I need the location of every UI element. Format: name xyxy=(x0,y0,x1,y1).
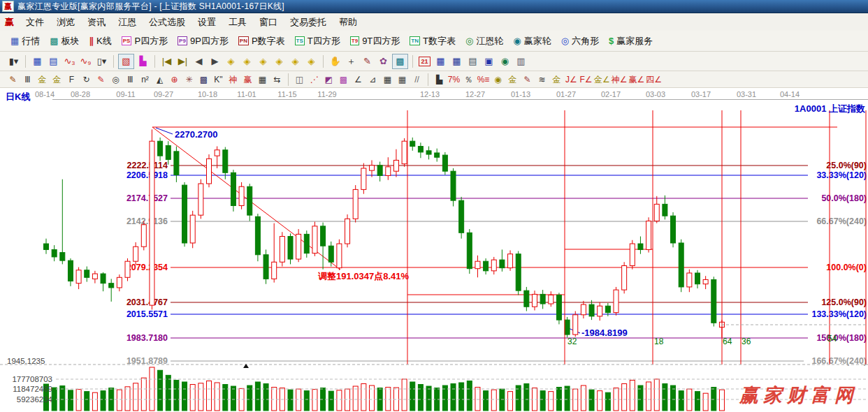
si-angle-icon[interactable]: 四∠ xyxy=(646,73,662,85)
gold-comb2-icon[interactable]: 金 xyxy=(50,73,64,85)
gold-line-icon[interactable]: 金 xyxy=(506,73,519,85)
toolbar-button-9p-square[interactable]: P99P四方形 xyxy=(175,34,231,49)
ying-comb-icon[interactable]: 赢 xyxy=(241,73,254,85)
fan-square-icon[interactable]: ◩ xyxy=(322,73,335,85)
pan-hand-icon[interactable]: ✋ xyxy=(328,54,342,68)
next-bar-icon[interactable]: ▶ xyxy=(208,54,222,68)
flower-grid-icon[interactable]: ✳ xyxy=(182,73,196,85)
print-icon[interactable]: ▥ xyxy=(514,54,528,68)
calendar-icon[interactable]: 21 xyxy=(417,54,432,68)
wave9-icon[interactable]: ∿₉ xyxy=(78,54,93,68)
toolbar-button-quotes[interactable]: ▦行情 xyxy=(8,34,43,49)
zigzag-chart-icon[interactable]: ▦ xyxy=(30,54,45,68)
menu-item-交易委托[interactable]: 交易委托 xyxy=(284,14,333,31)
n-square-icon[interactable]: n² xyxy=(138,73,152,85)
diamond-right-icon[interactable]: ◈ xyxy=(240,54,254,68)
export-globe-icon[interactable]: ◉ xyxy=(498,54,512,68)
diamond-compress-icon[interactable]: ◈ xyxy=(272,54,287,68)
circle-comb-icon[interactable]: ◎ xyxy=(109,73,122,85)
menu-item-公式选股[interactable]: 公式选股 xyxy=(143,14,191,31)
menu-item-浏览[interactable]: 浏览 xyxy=(50,14,81,31)
prev-bar-icon[interactable]: ◀ xyxy=(191,54,206,68)
gold-comb1-icon[interactable]: 金 xyxy=(36,73,49,85)
ying-angle-icon[interactable]: 赢∠ xyxy=(629,73,645,85)
toolbar-button-winner-service[interactable]: $赢家服务 xyxy=(606,34,656,49)
gann-net-icon[interactable]: ▩ xyxy=(392,54,408,69)
toolbar-button-gann-wheel[interactable]: ◎江恩轮 xyxy=(463,34,506,49)
histogram-icon[interactable]: ▙ xyxy=(136,54,150,68)
notepad-icon[interactable]: ▤ xyxy=(465,54,480,68)
menu-item-设置[interactable]: 设置 xyxy=(191,14,222,31)
toolbar-button-9t-square[interactable]: T99T四方形 xyxy=(347,34,403,49)
percent-line-icon[interactable]: %≡ xyxy=(477,73,490,85)
save-icon[interactable]: ▣ xyxy=(482,54,496,68)
pen-bars-icon[interactable]: ✎ xyxy=(521,73,534,85)
wave3-icon[interactable]: ∿₃ xyxy=(62,54,77,68)
menu-item-帮助[interactable]: 帮助 xyxy=(333,14,363,31)
angle-ruler-icon[interactable]: ◭ xyxy=(153,73,166,85)
ornament-tool-icon[interactable]: ✿ xyxy=(376,54,391,68)
percent-level-label: 133.33%(120) xyxy=(811,309,867,319)
gold-angle-icon[interactable]: 金∠ xyxy=(594,73,610,85)
toolbar-button-kline[interactable]: ∥K线 xyxy=(87,34,115,49)
toolbar-button-winner-wheel[interactable]: ◉赢家轮 xyxy=(510,34,554,49)
candle-style-icon[interactable]: ▯▾ xyxy=(94,54,109,68)
toolbar-button-p-number-table[interactable]: PNP数字表 xyxy=(236,34,288,49)
menu-item-资讯[interactable]: 资讯 xyxy=(81,14,112,31)
skip-start-icon[interactable]: |◀ xyxy=(159,54,174,68)
percent-icon[interactable]: ％ xyxy=(462,73,475,85)
knife-tool-icon[interactable]: ✎ xyxy=(6,73,20,85)
k-quote-icon[interactable]: K" xyxy=(212,73,225,85)
pattern-select-icon[interactable]: ▧ xyxy=(118,54,134,69)
dense-grid2-icon[interactable]: ▦ xyxy=(396,73,409,85)
target-cross-icon[interactable]: ⊕ xyxy=(168,73,181,85)
toolbar-button-t-square[interactable]: TST四方形 xyxy=(292,34,343,49)
gold2-line-icon[interactable]: 金 xyxy=(550,73,563,85)
data-table-icon[interactable]: ▦ xyxy=(449,54,464,68)
dense-grid1-icon[interactable]: ▦ xyxy=(381,73,394,85)
chart-area[interactable]: 日K线 1A0001 上证指数 08-1408-2809-1109-2710-1… xyxy=(0,88,868,412)
calculator-icon[interactable]: ▦ xyxy=(433,54,448,68)
j-angle-icon[interactable]: J∠ xyxy=(565,73,578,85)
gold-circle-icon[interactable]: ◉ xyxy=(491,73,505,85)
grid123-icon[interactable]: ▦ xyxy=(256,73,269,85)
crosshair-icon[interactable]: ＋ xyxy=(344,54,359,68)
volume-bar xyxy=(353,386,358,411)
red-fan-icon[interactable]: ⋰ xyxy=(308,73,321,85)
red-knife-icon[interactable]: ✎ xyxy=(94,73,108,85)
diamond-zoomin-icon[interactable]: ◈ xyxy=(288,54,303,68)
period-selector-icon[interactable]: ▮▾ xyxy=(6,54,21,68)
diamond-left-icon[interactable]: ◈ xyxy=(224,54,238,68)
pct-box-icon[interactable]: 7% xyxy=(447,73,461,85)
toolbar-button-hexagon[interactable]: ◎六角形 xyxy=(558,34,602,49)
diamond-zoomout-icon[interactable]: ◈ xyxy=(304,54,319,68)
menu-item-文件[interactable]: 文件 xyxy=(20,14,50,31)
hatch-icon[interactable]: // xyxy=(410,73,424,85)
check-line-icon[interactable]: ⊿ xyxy=(366,73,379,85)
f-comb-icon[interactable]: F xyxy=(65,73,78,85)
comb-grid-icon[interactable]: Ⅲ xyxy=(21,73,34,85)
menu-item-工具[interactable]: 工具 xyxy=(222,14,253,31)
menu-item-江恩[interactable]: 江恩 xyxy=(112,14,143,31)
report-icon[interactable]: ▤ xyxy=(46,54,61,68)
wave-box-icon[interactable]: ≋ xyxy=(535,73,549,85)
draw-line-icon[interactable]: ✎ xyxy=(360,54,375,68)
toolbar-button-p-square[interactable]: PSP四方形 xyxy=(119,34,171,49)
bars-tool-icon[interactable]: ▙ xyxy=(433,73,446,85)
span-arrows-icon[interactable]: ⇆ xyxy=(270,73,284,85)
square-net-icon[interactable]: ▩ xyxy=(197,73,210,85)
f-angle-icon[interactable]: F∠ xyxy=(579,73,593,85)
comb2-icon[interactable]: Ⅲ xyxy=(124,73,137,85)
toolbar-button-sectors[interactable]: ▩板块 xyxy=(47,34,82,49)
skip-end-icon[interactable]: ▶| xyxy=(175,54,190,68)
diamond-expand-icon[interactable]: ◈ xyxy=(256,54,270,68)
box-tool-icon[interactable]: ◫ xyxy=(293,73,306,85)
shen-comb-icon[interactable]: 神 xyxy=(226,73,240,85)
menu-item-窗口[interactable]: 窗口 xyxy=(253,14,284,31)
toolbar-button-t-number-table[interactable]: TNT数字表 xyxy=(407,34,458,49)
shen-angle-icon[interactable]: 神∠ xyxy=(612,73,628,85)
color-grid-icon[interactable]: ▩ xyxy=(337,73,350,85)
candle-body xyxy=(182,185,187,243)
angle-line-icon[interactable]: ∠ xyxy=(352,73,365,85)
spiral-icon[interactable]: ↻ xyxy=(80,73,93,85)
